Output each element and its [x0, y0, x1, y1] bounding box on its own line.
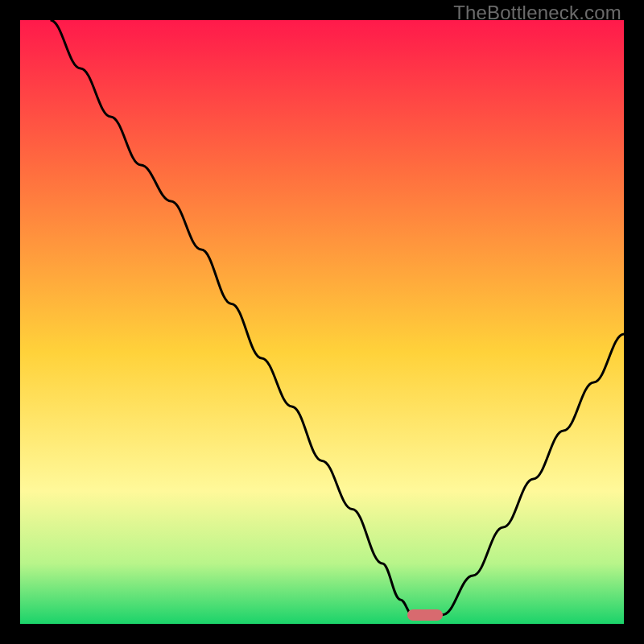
chart-frame: [20, 20, 624, 624]
chart-background: [20, 20, 624, 624]
bottleneck-chart: [20, 20, 624, 624]
optimum-marker: [407, 609, 443, 621]
